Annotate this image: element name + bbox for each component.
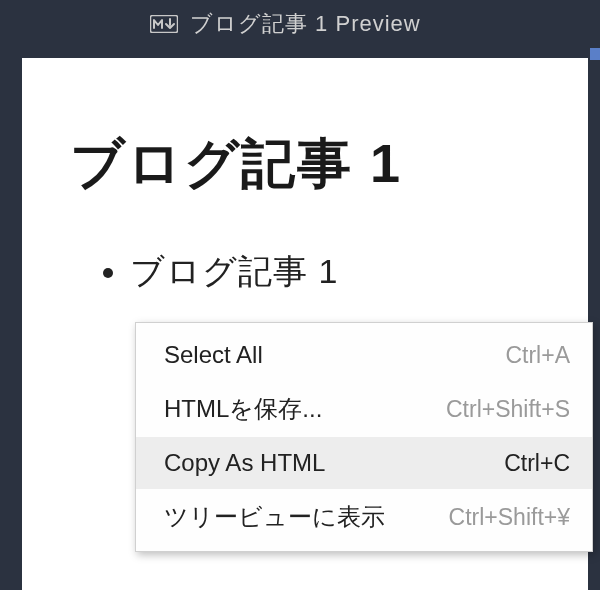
menu-label: Select All <box>164 341 263 369</box>
menu-label: Copy As HTML <box>164 449 325 477</box>
menu-shortcut: Ctrl+A <box>505 342 570 369</box>
context-menu: Select All Ctrl+A HTMLを保存... Ctrl+Shift+… <box>135 322 593 552</box>
list-item: ブログ記事 1 <box>130 249 540 295</box>
menu-label: HTMLを保存... <box>164 393 322 425</box>
page-title: ブログ記事 1 <box>70 128 540 201</box>
menu-item-copy-as-html[interactable]: Copy As HTML Ctrl+C <box>136 437 592 489</box>
scrollbar-hint <box>590 48 600 60</box>
menu-shortcut: Ctrl+Shift+¥ <box>449 504 570 531</box>
menu-item-select-all[interactable]: Select All Ctrl+A <box>136 329 592 381</box>
menu-shortcut: Ctrl+Shift+S <box>446 396 570 423</box>
tab-bar: ブログ記事 1 Preview <box>0 0 600 48</box>
menu-label: ツリービューに表示 <box>164 501 385 533</box>
tab-title[interactable]: ブログ記事 1 Preview <box>190 9 421 39</box>
menu-item-save-html[interactable]: HTMLを保存... Ctrl+Shift+S <box>136 381 592 437</box>
menu-item-show-in-tree[interactable]: ツリービューに表示 Ctrl+Shift+¥ <box>136 489 592 545</box>
markdown-icon <box>150 15 178 33</box>
menu-shortcut: Ctrl+C <box>504 450 570 477</box>
content-list: ブログ記事 1 <box>70 249 540 295</box>
